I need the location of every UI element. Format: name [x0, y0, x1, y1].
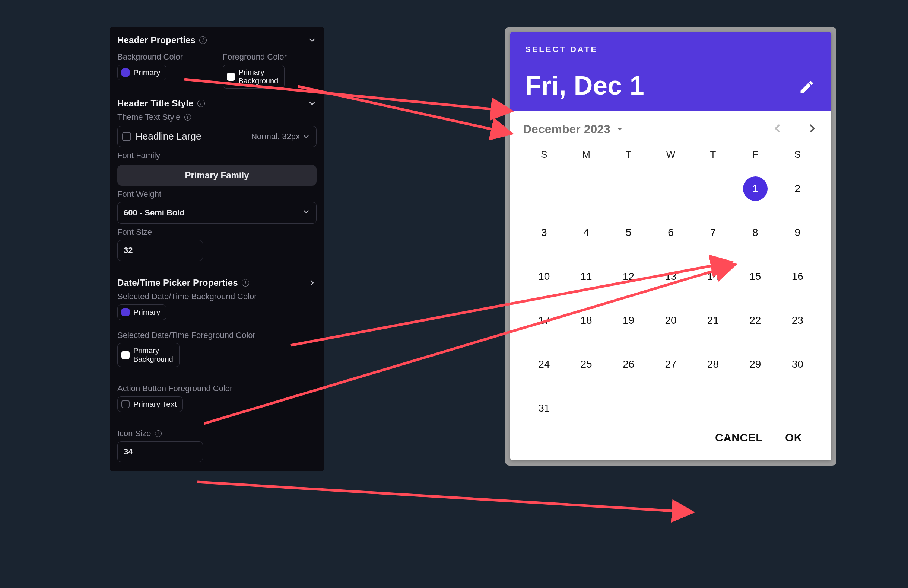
- day-cell[interactable]: 3: [523, 217, 565, 248]
- day-cell[interactable]: 2: [776, 173, 819, 204]
- bg-color-label: Background Color: [118, 52, 211, 62]
- day-cell[interactable]: 9: [776, 217, 819, 248]
- action-btn-fg-chip[interactable]: Primary Text: [118, 396, 183, 412]
- dow-cell: M: [565, 149, 607, 161]
- theme-text-meta: Normal, 32px: [251, 132, 310, 141]
- day-cell: [734, 393, 776, 424]
- font-size-label: Font Size: [118, 227, 317, 237]
- svg-line-4: [197, 482, 691, 512]
- swatch-white-icon: [121, 351, 130, 359]
- week-row: 3456789: [523, 217, 819, 248]
- day-cell[interactable]: 18: [565, 305, 607, 336]
- day-cell[interactable]: 23: [776, 305, 819, 336]
- chevron-down-icon[interactable]: [307, 99, 317, 108]
- section-header-properties[interactable]: Header Properties i: [118, 35, 317, 45]
- chevron-right-icon[interactable]: [307, 278, 317, 287]
- next-month-button[interactable]: [806, 122, 819, 136]
- chevron-down-icon: [302, 208, 310, 218]
- font-family-button[interactable]: Primary Family: [118, 165, 317, 186]
- day-cell[interactable]: 26: [607, 349, 650, 380]
- font-weight-select[interactable]: 600 - Semi Bold: [118, 202, 317, 224]
- day-cell[interactable]: 5: [607, 217, 650, 248]
- day-cell[interactable]: 29: [734, 349, 776, 380]
- day-cell[interactable]: 17: [523, 305, 565, 336]
- dow-cell: S: [776, 149, 819, 161]
- theme-text-style-label: Theme Text Style i: [118, 112, 317, 122]
- info-icon[interactable]: i: [184, 114, 191, 120]
- bg-color-chip[interactable]: Primary: [118, 65, 166, 80]
- day-cell[interactable]: 19: [607, 305, 650, 336]
- info-icon[interactable]: i: [197, 100, 205, 107]
- day-cell[interactable]: 10: [523, 261, 565, 292]
- info-icon[interactable]: i: [199, 37, 207, 44]
- date-picker-frame: SELECT DATE Fri, Dec 1 December 2023: [505, 27, 837, 466]
- section-datetime-picker-properties[interactable]: Date/Time Picker Properties i: [118, 278, 317, 288]
- day-cell: [565, 393, 607, 424]
- section-header-title-style[interactable]: Header Title Style i: [118, 98, 317, 109]
- info-icon[interactable]: i: [242, 279, 249, 286]
- day-cell: [692, 393, 734, 424]
- divider: [118, 422, 317, 422]
- day-cell[interactable]: 15: [734, 261, 776, 292]
- picker-actions: CANCEL OK: [523, 424, 819, 455]
- chevron-down-icon[interactable]: [307, 36, 317, 45]
- triangle-down-icon: [615, 124, 625, 134]
- day-cell[interactable]: 6: [650, 217, 692, 248]
- day-cell[interactable]: 14: [692, 261, 734, 292]
- day-cell[interactable]: 30: [776, 349, 819, 380]
- font-weight-label: Font Weight: [118, 190, 317, 199]
- section-title: Header Properties: [118, 35, 196, 45]
- day-cell: [565, 173, 607, 204]
- day-cell[interactable]: 24: [523, 349, 565, 380]
- action-btn-fg-label: Action Button Foreground Color: [118, 384, 317, 394]
- date-picker-header: SELECT DATE Fri, Dec 1: [510, 32, 831, 111]
- ok-button[interactable]: OK: [785, 431, 802, 444]
- chevron-down-icon: [302, 132, 310, 141]
- day-cell[interactable]: 22: [734, 305, 776, 336]
- swatch-white-icon: [227, 72, 235, 81]
- bg-color-value: Primary: [133, 68, 160, 77]
- fg-color-value: Primary Background: [239, 68, 279, 85]
- cancel-button[interactable]: CANCEL: [715, 431, 763, 444]
- week-row: 10111213141516: [523, 261, 819, 292]
- day-cell[interactable]: 7: [692, 217, 734, 248]
- prev-month-button[interactable]: [771, 122, 784, 136]
- day-cell[interactable]: 4: [565, 217, 607, 248]
- day-cell[interactable]: 31: [523, 393, 565, 424]
- fg-color-chip[interactable]: Primary Background: [223, 65, 285, 88]
- svg-line-1: [298, 86, 510, 133]
- icon-size-input[interactable]: 34: [118, 441, 203, 462]
- day-cell[interactable]: 20: [650, 305, 692, 336]
- dow-cell: F: [734, 149, 776, 161]
- day-cell[interactable]: 28: [692, 349, 734, 380]
- day-cell[interactable]: 13: [650, 261, 692, 292]
- day-cell[interactable]: 16: [776, 261, 819, 292]
- swatch-primary-icon: [121, 308, 130, 316]
- icon-size-label: Icon Size i: [118, 429, 317, 439]
- dow-cell: T: [607, 149, 650, 161]
- edit-icon[interactable]: [799, 79, 815, 97]
- dow-cell: S: [523, 149, 565, 161]
- day-cell[interactable]: 12: [607, 261, 650, 292]
- day-cell[interactable]: 25: [565, 349, 607, 380]
- month-year-button[interactable]: December 2023: [523, 122, 625, 136]
- day-cell[interactable]: 27: [650, 349, 692, 380]
- day-number: 1: [752, 183, 758, 194]
- selected-bg-chip[interactable]: Primary: [118, 304, 166, 320]
- theme-text-style-select[interactable]: Headline Large Normal, 32px: [118, 126, 317, 147]
- info-icon[interactable]: i: [155, 430, 162, 437]
- selected-fg-value: Primary Background: [133, 347, 173, 364]
- day-cell: [692, 173, 734, 204]
- section-title: Date/Time Picker Properties: [118, 278, 238, 288]
- selected-fg-chip[interactable]: Primary Background: [118, 343, 180, 367]
- day-cell[interactable]: 1: [734, 173, 776, 204]
- font-size-input[interactable]: 32: [118, 240, 203, 261]
- day-cell[interactable]: 11: [565, 261, 607, 292]
- day-cell[interactable]: 21: [692, 305, 734, 336]
- font-family-label: Font Family: [118, 151, 317, 161]
- square-outline-icon: [121, 400, 130, 408]
- day-cell[interactable]: 8: [734, 217, 776, 248]
- fg-color-label: Foreground Color: [223, 52, 317, 62]
- select-date-label: SELECT DATE: [525, 45, 816, 54]
- week-row: 24252627282930: [523, 349, 819, 380]
